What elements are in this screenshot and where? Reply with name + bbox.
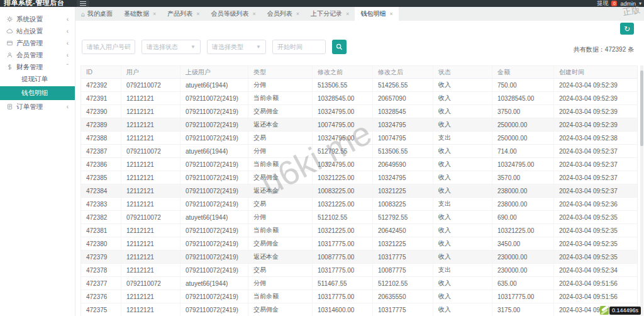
debug-toolbar[interactable]: 0.144496s <box>600 306 641 315</box>
refresh-button[interactable]: ↻ <box>620 23 634 35</box>
close-icon[interactable]: × <box>346 11 349 17</box>
table-cell: 2024-03-04 09:52:35 <box>554 211 637 223</box>
table-cell: 3450.00 <box>492 237 554 250</box>
table-row[interactable]: 472380121121210792110072(2419)交易佣金103177… <box>81 237 637 251</box>
table-cell: 0792110072(2419) <box>180 237 248 250</box>
table-body: 4723920792110072atuyet66(1944)分佣513506.5… <box>81 79 637 316</box>
table-cell: 472390 <box>81 105 121 118</box>
user-number-input[interactable] <box>82 40 135 54</box>
column-header: ID <box>81 66 121 78</box>
top-header-bar: 排单系统-管理后台 提现 0 admin ▾ <box>0 0 644 7</box>
table-header-row: ID用户上级用户类型修改之前修改之后状态金额创建时间 <box>81 66 637 79</box>
table-cell: 690.00 <box>492 211 554 223</box>
member-icon <box>6 52 16 59</box>
table-row[interactable]: 4723870792110072atuyet66(1944)分佣512792.5… <box>81 145 637 158</box>
table-cell: 交易佣金 <box>248 171 313 184</box>
start-time-input[interactable] <box>272 40 326 54</box>
filter-bar: 请选择状态 ▼ 请选择类型 ▼ <box>82 40 347 54</box>
close-icon[interactable]: × <box>196 11 199 17</box>
home-icon: ⌂ <box>81 11 85 18</box>
table-row[interactable]: 472376121121210792110072(2419)当前余额103177… <box>81 290 637 303</box>
table-cell: 当前余额 <box>248 92 313 104</box>
table-cell: 2024-03-04 09:52:35 <box>554 237 637 250</box>
type-select[interactable]: 请选择类型 ▼ <box>207 40 266 54</box>
tab-1[interactable]: ⌂我的桌面 <box>75 7 118 21</box>
table-row[interactable]: 472383121121210792110072(2419)交易10321225… <box>81 198 637 211</box>
table-cell: 0792110072(2419) <box>180 290 248 303</box>
table-cell: 2024-03-04 09:52:34 <box>554 264 637 276</box>
close-icon[interactable]: × <box>253 11 256 17</box>
sidebar-item-member[interactable]: 会员管理‹ <box>0 49 75 61</box>
tab-4[interactable]: 会员等级列表× <box>206 7 262 21</box>
product-icon <box>6 40 16 47</box>
table-cell: 10317775.00 <box>313 264 373 276</box>
chevron-down-icon: ▼ <box>191 44 196 50</box>
close-icon[interactable]: × <box>389 11 392 17</box>
table-cell: 支出 <box>433 198 492 210</box>
table-row[interactable]: 472384121121210792110072(2419)返还本金100832… <box>81 184 637 198</box>
sidebar-item-gear[interactable]: 系统设置‹ <box>0 13 75 25</box>
table-row[interactable]: 4723920792110072atuyet66(1944)分佣513506.5… <box>81 79 637 92</box>
table-cell: 2024-03-04 09:52:37 <box>554 158 637 171</box>
status-select[interactable]: 请选择状态 ▼ <box>142 40 201 54</box>
table-cell: 472384 <box>81 184 121 197</box>
table-row[interactable]: 472381121121210792110072(2419)当前余额103212… <box>81 224 637 237</box>
table-row[interactable]: 472375121121210792110072(2419)交易佣金103146… <box>81 303 637 316</box>
sidebar-subitem[interactable]: 提现订单 <box>0 73 75 86</box>
debug-time-label: 0.144496s <box>609 307 641 315</box>
sidebar-item-product[interactable]: 产品管理‹ <box>0 37 75 49</box>
chevron-left-icon: ‹ <box>67 40 69 47</box>
table-cell: 0792110072 <box>121 79 180 91</box>
tab-6[interactable]: 上下分记录× <box>305 7 355 21</box>
tab-3[interactable]: 产品列表× <box>162 7 205 21</box>
column-header: 上级用户 <box>180 66 248 78</box>
table-cell: 0792110072(2419) <box>180 264 248 276</box>
withdraw-link[interactable]: 提现 <box>597 0 608 8</box>
table-row[interactable]: 472388121121210792110072(2419)交易10324795… <box>81 132 637 145</box>
table-row[interactable]: 4723820792110072atuyet66(1944)分佣512102.5… <box>81 211 637 224</box>
sidebar-nav: 系统设置‹站点设置‹产品管理‹会员管理‹财务管理ˇ提现订单钱包明细订单管理‹ <box>0 7 75 316</box>
table-cell: 20649590 <box>373 158 433 171</box>
table-cell: 12112121 <box>121 105 180 118</box>
sidebar-item-finance[interactable]: 财务管理ˇ <box>0 61 75 73</box>
table-row[interactable]: 472391121121210792110072(2419)当前余额103285… <box>81 92 637 105</box>
sidebar-item-order[interactable]: 订单管理‹ <box>0 101 75 113</box>
close-icon[interactable]: × <box>296 11 299 17</box>
table-cell: 12112121 <box>121 158 180 171</box>
type-select-placeholder: 请选择类型 <box>212 43 243 52</box>
table-cell: 472381 <box>81 224 121 237</box>
table-row[interactable]: 4723770792110072atuyet66(1944)分佣511467.5… <box>81 277 637 290</box>
table-row[interactable]: 472386121121210792110072(2419)当前余额103247… <box>81 158 637 171</box>
table-cell: 250000.00 <box>492 118 554 131</box>
table-cell: 返还本金 <box>248 251 313 263</box>
table-row[interactable]: 472390121121210792110072(2419)交易佣金103247… <box>81 105 637 118</box>
column-header: 用户 <box>121 66 180 78</box>
tab-7[interactable]: 钱包明细× <box>355 7 398 21</box>
table-cell: 513506.55 <box>313 79 373 91</box>
table-cell: 472387 <box>81 145 121 157</box>
table-cell: 分佣 <box>248 277 313 290</box>
main-content: ↻ 请选择状态 ▼ 请选择类型 ▼ 共有数据：472392 条 ID用户上级用户… <box>75 21 644 316</box>
scrollbar-thumb[interactable] <box>640 71 643 146</box>
table-row[interactable]: 472379121121210792110072(2419)返还本金100877… <box>81 251 637 264</box>
sidebar-item-site[interactable]: 站点设置‹ <box>0 25 75 37</box>
table-cell: 交易佣金 <box>248 303 313 316</box>
search-button[interactable] <box>332 40 347 54</box>
close-icon[interactable]: × <box>153 11 156 17</box>
tab-5[interactable]: 会员列表× <box>262 7 305 21</box>
table-cell: 0792110072(2419) <box>180 118 248 131</box>
table-row[interactable]: 472378121121210792110072(2419)交易10317775… <box>81 264 637 277</box>
table-cell: 472378 <box>81 264 121 276</box>
table-cell: 当前余额 <box>248 158 313 171</box>
table-cell: atuyet66(1944) <box>180 277 248 290</box>
site-icon <box>6 28 16 35</box>
hamburger-menu-icon[interactable] <box>77 0 89 7</box>
table-row[interactable]: 472389121121210792110072(2419)返还本金100747… <box>81 118 637 132</box>
table-row[interactable]: 472385121121210792110072(2419)交易佣金103212… <box>81 171 637 184</box>
sidebar-item-label: 产品管理 <box>16 39 43 48</box>
tab-2[interactable]: 基础数据× <box>118 7 162 21</box>
sidebar-subitem[interactable]: 钱包明细 <box>0 86 75 100</box>
table-cell: 12112121 <box>121 303 180 316</box>
table-cell: 20635550 <box>373 290 433 303</box>
user-menu[interactable]: admin <box>620 1 636 7</box>
